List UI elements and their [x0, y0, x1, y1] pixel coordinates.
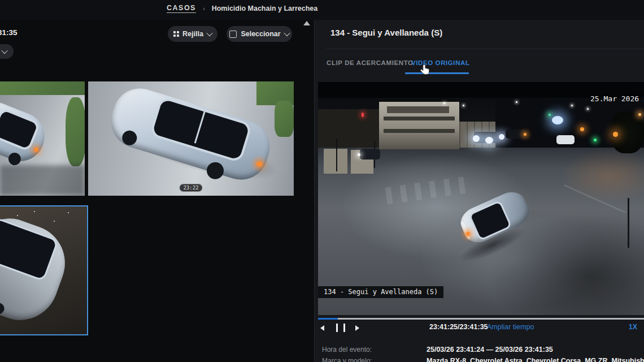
- building-balcony: [384, 129, 455, 133]
- clip-time-label: 31:35: [0, 28, 18, 37]
- building-balcony: [384, 117, 455, 120]
- expand-time-link[interactable]: Ampliar tiempo: [487, 323, 534, 331]
- grass-strip: [0, 81, 85, 95]
- breadcrumb: CASOS › Homicidio Machain y Larrechea: [167, 4, 317, 13]
- event-time-label: Hora del evento:: [322, 346, 372, 354]
- light-glow: [571, 105, 573, 106]
- playback-speed-button[interactable]: 1X: [629, 323, 637, 331]
- chevron-down-icon: [206, 30, 212, 36]
- white-building: [379, 100, 459, 149]
- top-bar: [0, 0, 644, 20]
- street-lamp-glow: [613, 132, 618, 137]
- headlight-glow: [499, 134, 504, 140]
- small-car: [360, 149, 380, 160]
- chevron-down-icon: [1, 48, 7, 54]
- tab-video-original[interactable]: VIDEO ORIGINAL: [411, 59, 470, 66]
- checkbox-icon: [229, 31, 237, 38]
- light-speck: [17, 215, 18, 216]
- headlight-glow: [358, 153, 360, 156]
- pause-button[interactable]: [336, 324, 345, 332]
- grid-icon: [173, 31, 176, 33]
- pavement-shade: [0, 165, 85, 196]
- panel-collapse-icon[interactable]: [303, 21, 310, 25]
- white-car: [556, 135, 575, 144]
- light-glow: [443, 102, 445, 104]
- timeline-progress: [318, 318, 338, 320]
- video-timestamp-overlay: 25.Mar 2026 23: [590, 94, 644, 103]
- thumbnail-time-badge: 23:22: [179, 184, 202, 192]
- street-lamp-glow: [580, 127, 584, 131]
- title-separator: [327, 49, 644, 49]
- event-time-value: 25/03/26 23:41:24 — 25/03/26 23:41:35: [427, 346, 553, 354]
- building-windows: [387, 106, 449, 113]
- grid-view-label: Rejilla: [182, 30, 203, 38]
- breadcrumb-current-case: Homicidio Machain y Larrechea: [212, 5, 318, 12]
- thumbnail-clip-selected[interactable]: [0, 205, 88, 335]
- collapsed-dropdown-button[interactable]: [0, 44, 14, 59]
- step-back-button[interactable]: [320, 325, 324, 331]
- taillight-glow: [524, 133, 526, 136]
- pole: [628, 198, 629, 248]
- select-label: Seleccionar: [241, 30, 280, 38]
- grid-view-button[interactable]: Rejilla: [168, 26, 217, 42]
- video-caption-overlay: 134 - Segui y Avellaneda (S): [318, 286, 443, 298]
- light-speck: [54, 221, 55, 222]
- pole: [336, 139, 337, 171]
- video-frame[interactable]: 25.Mar 2026 23 134 - Segui y Avellaneda …: [318, 82, 644, 315]
- timeline-scrubber[interactable]: [318, 318, 644, 320]
- chevron-down-icon: [284, 30, 290, 36]
- breadcrumb-separator-icon: ›: [203, 5, 205, 12]
- headlight-glow: [485, 137, 493, 144]
- headlight-glow: [473, 135, 480, 142]
- street-lamp-glow: [638, 113, 641, 116]
- headlight-glow: [552, 116, 563, 124]
- active-tab-underline: [405, 72, 469, 74]
- red-traffic-light: [362, 113, 364, 117]
- thumbnail-clip-partial[interactable]: [0, 81, 85, 196]
- make-model-label: Marca y modelo:: [322, 357, 372, 362]
- breadcrumb-cases-link[interactable]: CASOS: [167, 4, 196, 13]
- make-model-value: Mazda RX-8, Chevrolet Astra, Chevrolet C…: [427, 357, 644, 362]
- storefront: [324, 149, 347, 174]
- green-traffic-light: [549, 114, 551, 116]
- tab-clip-de-acercamiento[interactable]: CLIP DE ACERCAMIENTO: [327, 59, 414, 66]
- thumbnail-clip-large[interactable]: 23:22: [88, 81, 294, 196]
- light-glow: [516, 101, 517, 103]
- app-window: CASOS › Homicidio Machain y Larrechea 31…: [0, 0, 644, 362]
- light-speck: [34, 211, 35, 212]
- light-glow: [587, 108, 589, 110]
- select-button[interactable]: Seleccionar: [227, 26, 292, 42]
- step-forward-button[interactable]: [355, 325, 359, 331]
- playback-time: 23:41:25/23:41:35: [429, 323, 488, 331]
- light-speck: [68, 212, 69, 213]
- green-traffic-light: [594, 139, 597, 141]
- panel-divider: [314, 20, 315, 362]
- building-left: [318, 109, 381, 148]
- parked-car: [506, 130, 526, 139]
- grass-patch: [275, 101, 294, 137]
- camera-title: 134 - Segui y Avellaneda (S): [330, 28, 442, 37]
- light-glow: [463, 105, 464, 106]
- grass-patch: [66, 97, 85, 166]
